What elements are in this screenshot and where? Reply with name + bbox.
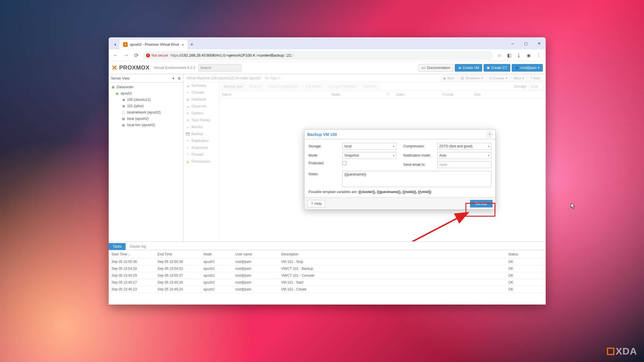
storage-dropdown[interactable]: local▾ [342, 143, 396, 150]
resource-tree: 🖧Datacenter ▣ayush2 🖥100 (ubuntu12) 🖥101… [109, 83, 183, 129]
mouse-cursor-icon [571, 203, 575, 209]
dialog-backup-button[interactable]: Backup [470, 200, 492, 207]
mode-dropdown[interactable]: Snapshot▾ [342, 152, 396, 159]
pve-header-actions: 📖Documentation 🖥Create VM ▣Create CT 👤ro… [418, 64, 543, 72]
email-input[interactable]: none [437, 161, 491, 168]
col-user[interactable]: User name [232, 252, 278, 256]
notification-dropdown[interactable]: Auto▾ [437, 152, 491, 159]
storage-icon: ▤ [121, 123, 125, 127]
cube-icon: ▣ [487, 66, 490, 70]
window-controls: ─ ▢ ✕ [506, 37, 546, 49]
field-email: Send email to: none [403, 161, 491, 168]
tasks-grid-header: Start Time ↓ End Time Node User name Des… [109, 250, 546, 258]
col-end-time[interactable]: End Time [155, 252, 201, 256]
node-icon: ▣ [115, 91, 119, 95]
browser-window: ▾ ✕ ayush2 - Proxmox Virtual Envir × + ─… [109, 37, 546, 305]
toolbar-actions: ☆ ◧ ⭳ ◉ ⋮ [495, 51, 543, 60]
proxmox-favicon-icon: ✕ [123, 42, 128, 47]
chevron-down-icon: ▾ [393, 145, 394, 148]
storage-icon: ▤ [121, 117, 125, 121]
user-icon: 👤 [515, 66, 519, 70]
nav-forward-button[interactable]: → [122, 51, 130, 59]
tab-tasks[interactable]: Tasks [109, 243, 126, 250]
col-start-time[interactable]: Start Time ↓ [109, 252, 155, 256]
tasks-tabs: Tasks Cluster log [109, 242, 546, 250]
tab-close-icon[interactable]: × [181, 42, 184, 47]
tree-vm-101[interactable]: 🖥101 (q4os) [109, 103, 183, 109]
extensions-icon[interactable]: ◧ [505, 51, 513, 60]
window-minimize-button[interactable]: ─ [506, 37, 519, 49]
tree-vm-100[interactable]: 🖥100 (ubuntu12) [109, 97, 183, 103]
create-ct-button[interactable]: ▣Create CT [484, 64, 510, 72]
window-close-button[interactable]: ✕ [532, 37, 546, 49]
dialog-help-button[interactable]: ?Help [307, 200, 325, 207]
bookmark-icon[interactable]: ☆ [495, 51, 504, 60]
pve-sidebar: Server View ▾ ⚙ 🖧Datacenter ▣ayush2 🖥100… [109, 74, 183, 241]
chevron-down-icon: ▾ [538, 66, 540, 70]
nav-reload-button[interactable]: ⟳ [132, 51, 140, 59]
window-maximize-button[interactable]: ▢ [519, 37, 532, 49]
tree-node[interactable]: ▣ayush2 [109, 90, 183, 97]
col-status[interactable]: Status [505, 252, 546, 256]
protected-checkbox[interactable] [342, 161, 346, 165]
field-storage: Storage: local▾ [308, 143, 396, 150]
col-node[interactable]: Node [201, 252, 232, 256]
task-row[interactable]: Sep 05 15:45:29Sep 05 15:55:37ayush2root… [109, 272, 546, 279]
dialog-title: Backup VM 100 [307, 132, 337, 137]
pve-main: Virtual Machine 100 (ubuntu12) on node '… [183, 74, 546, 241]
proxmox-logo-icon: ✕ [112, 64, 118, 72]
monitor-icon: 🖥 [458, 66, 461, 70]
tree-storage-local[interactable]: ▤local (ayush2) [109, 115, 183, 122]
field-compression: Compression: ZSTD (fast and good)▾ [403, 143, 491, 150]
browser-toolbar: ← → ⟳ ! Not secure https://192.168.29.43… [109, 49, 546, 61]
task-row[interactable]: Sep 05 15:55:36Sep 05 15:55:38ayush2root… [109, 258, 546, 265]
user-menu-button[interactable]: 👤root@pam ▾ [512, 64, 543, 72]
tasks-grid: Start Time ↓ End Time Node User name Des… [109, 250, 546, 305]
pve-search-input[interactable]: Search [198, 64, 241, 72]
field-protected: Protected: [308, 161, 396, 165]
nav-back-button[interactable]: ← [112, 51, 120, 59]
dialog-footer: ?Help Backup [304, 197, 495, 209]
downloads-icon[interactable]: ⭳ [515, 51, 523, 60]
field-mode: Mode: Snapshot▾ [308, 152, 396, 159]
help-icon: ? [311, 202, 313, 206]
tree-datacenter[interactable]: 🖧Datacenter [109, 84, 183, 90]
col-description[interactable]: Description [278, 252, 505, 256]
server-icon: 🖧 [111, 85, 115, 89]
proxmox-logo: ✕ PROXMOX [112, 64, 150, 72]
compression-dropdown[interactable]: ZSTD (fast and good)▾ [437, 143, 491, 150]
new-tab-button[interactable]: + [187, 40, 196, 49]
sidebar-view-selector[interactable]: Server View ▾ ⚙ [109, 74, 183, 83]
field-notes: Notes: {{guestname}} [308, 171, 491, 187]
notes-textarea[interactable]: {{guestname}} [342, 171, 491, 187]
documentation-button[interactable]: 📖Documentation [418, 64, 453, 72]
tab-title: ayush2 - Proxmox Virtual Envir [130, 43, 179, 47]
tab-search-dropdown[interactable]: ▾ [111, 40, 120, 49]
task-row[interactable]: Sep 05 15:45:23Sep 05 15:45:24ayush2root… [109, 286, 546, 293]
field-notification: Notification mode: Auto▾ [403, 152, 491, 159]
network-icon: ⬚ [121, 110, 125, 114]
chevron-down-icon: ▾ [172, 76, 174, 80]
create-vm-button[interactable]: 🖥Create VM [455, 64, 482, 72]
backup-dialog: Backup VM 100 ✕ Storage: local▾ Mode: S [304, 129, 496, 210]
address-bar[interactable]: ! Not secure https://192.168.29.43:8006/… [143, 51, 493, 60]
tab-cluster-log[interactable]: Cluster log [126, 243, 150, 250]
tree-storage-lvm[interactable]: ▤local-lvm (ayush2) [109, 122, 183, 128]
browser-titlebar: ▾ ✕ ayush2 - Proxmox Virtual Envir × + ─… [109, 37, 546, 49]
pve-version: Virtual Environment 8.2.2 [154, 66, 195, 70]
task-row[interactable]: Sep 05 15:54:20Sep 05 15:54:53ayush2root… [109, 265, 546, 272]
chevron-down-icon: ▾ [488, 154, 489, 157]
tree-localnetwork[interactable]: ⬚localnetwork (ayush2) [109, 109, 183, 115]
task-row[interactable]: Sep 05 15:45:27Sep 05 15:45:28ayush2root… [109, 279, 546, 286]
pve-header: ✕ PROXMOX Virtual Environment 8.2.2 Sear… [109, 61, 546, 74]
browser-tab[interactable]: ✕ ayush2 - Proxmox Virtual Envir × [120, 40, 187, 49]
chevron-down-icon: ▾ [488, 145, 489, 148]
vm-icon: 🖥 [121, 98, 125, 102]
gear-icon[interactable]: ⚙ [178, 76, 181, 80]
xda-logo-icon [607, 348, 614, 355]
vm-icon: 🖥 [121, 104, 125, 108]
menu-icon[interactable]: ⋮ [534, 51, 543, 60]
insecure-label: Not secure [152, 53, 168, 57]
profile-icon[interactable]: ◉ [524, 51, 533, 60]
dialog-close-button[interactable]: ✕ [487, 132, 492, 137]
